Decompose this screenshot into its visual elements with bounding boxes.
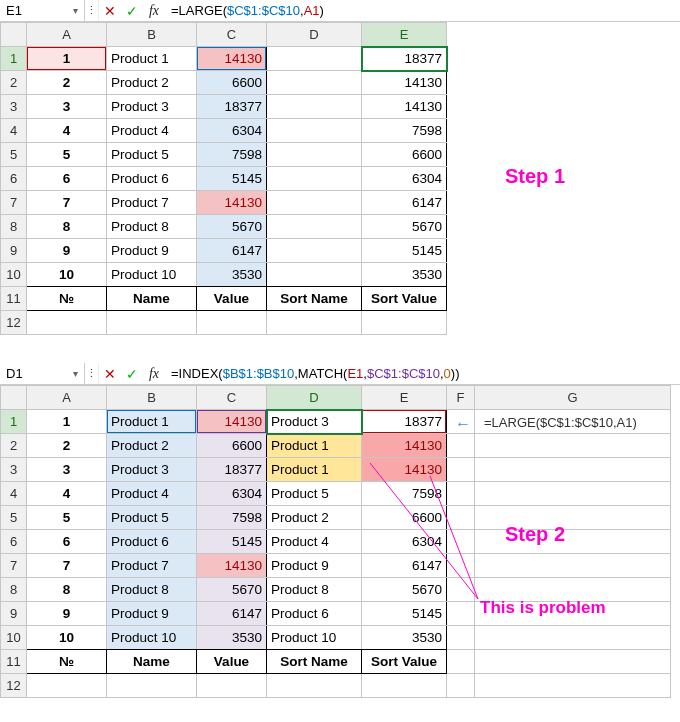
- cell[interactable]: [447, 602, 475, 626]
- cell[interactable]: [447, 626, 475, 650]
- cell[interactable]: 1: [27, 410, 107, 434]
- col-header-E[interactable]: E: [362, 386, 447, 410]
- header-cell[interactable]: Name: [107, 650, 197, 674]
- cell[interactable]: [447, 434, 475, 458]
- cell[interactable]: 5: [27, 143, 107, 167]
- cell[interactable]: Product 10: [107, 263, 197, 287]
- cell[interactable]: 3530: [362, 626, 447, 650]
- cell[interactable]: Product 7: [107, 191, 197, 215]
- insert-function-button[interactable]: fx: [143, 363, 165, 384]
- accept-formula-button[interactable]: ✓: [121, 0, 143, 21]
- row-header[interactable]: 1: [1, 410, 27, 434]
- col-header-E[interactable]: E: [362, 23, 447, 47]
- cell[interactable]: [475, 506, 671, 530]
- cell[interactable]: Product 5: [267, 482, 362, 506]
- cell[interactable]: Product 8: [267, 578, 362, 602]
- header-cell[interactable]: Sort Value: [362, 650, 447, 674]
- col-header-A[interactable]: A: [27, 23, 107, 47]
- header-cell[interactable]: Name: [107, 287, 197, 311]
- name-box[interactable]: E1 ▾: [0, 0, 85, 21]
- col-header-C[interactable]: C: [197, 386, 267, 410]
- row-header[interactable]: 8: [1, 578, 27, 602]
- cell[interactable]: 6147: [197, 602, 267, 626]
- cell[interactable]: [447, 458, 475, 482]
- cell[interactable]: Product 10: [107, 626, 197, 650]
- cell[interactable]: 2: [27, 71, 107, 95]
- cell[interactable]: [27, 311, 107, 335]
- cell[interactable]: 3: [27, 458, 107, 482]
- row-header[interactable]: 12: [1, 674, 27, 698]
- cell[interactable]: 3: [27, 95, 107, 119]
- row-header[interactable]: 10: [1, 263, 27, 287]
- cell[interactable]: 14130: [362, 95, 447, 119]
- select-all-corner[interactable]: [1, 23, 27, 47]
- cell[interactable]: 3530: [197, 263, 267, 287]
- cancel-formula-button[interactable]: ✕: [99, 0, 121, 21]
- cell[interactable]: [197, 674, 267, 698]
- cell[interactable]: 2: [27, 434, 107, 458]
- header-cell[interactable]: Value: [197, 650, 267, 674]
- cell[interactable]: 3530: [197, 626, 267, 650]
- cell[interactable]: [447, 650, 475, 674]
- row-header[interactable]: 10: [1, 626, 27, 650]
- cell[interactable]: Product 1: [107, 410, 197, 434]
- cell[interactable]: [475, 626, 671, 650]
- cell[interactable]: 6147: [197, 239, 267, 263]
- cell[interactable]: [475, 482, 671, 506]
- cell[interactable]: Product 1: [267, 458, 362, 482]
- cell[interactable]: 7: [27, 191, 107, 215]
- cell[interactable]: Product 5: [107, 506, 197, 530]
- cell[interactable]: 7598: [362, 119, 447, 143]
- name-box[interactable]: D1 ▾: [0, 363, 85, 384]
- header-cell[interactable]: Sort Value: [362, 287, 447, 311]
- cell[interactable]: [107, 311, 197, 335]
- spreadsheet-grid-2[interactable]: A B C D E F G 1 1 Product 1 14130 Produc…: [0, 385, 671, 698]
- cell[interactable]: 9: [27, 239, 107, 263]
- row-header[interactable]: 12: [1, 311, 27, 335]
- cell[interactable]: 5145: [362, 239, 447, 263]
- header-cell[interactable]: №: [27, 287, 107, 311]
- cell[interactable]: 6600: [362, 143, 447, 167]
- cell[interactable]: Product 6: [107, 530, 197, 554]
- cell[interactable]: 3530: [362, 263, 447, 287]
- row-header[interactable]: 7: [1, 554, 27, 578]
- header-cell[interactable]: Sort Name: [267, 650, 362, 674]
- header-cell[interactable]: Value: [197, 287, 267, 311]
- cell[interactable]: [27, 674, 107, 698]
- cell[interactable]: 5145: [197, 167, 267, 191]
- cell[interactable]: 6304: [362, 167, 447, 191]
- formula-input[interactable]: =INDEX($B$1:$B$10,MATCH(E1,$C$1:$C$10,0)…: [165, 366, 680, 381]
- cell[interactable]: 5145: [197, 530, 267, 554]
- cell[interactable]: Product 9: [267, 554, 362, 578]
- cell[interactable]: 5670: [197, 578, 267, 602]
- cell[interactable]: 7: [27, 554, 107, 578]
- cell[interactable]: [267, 71, 362, 95]
- cell[interactable]: 14130: [197, 191, 267, 215]
- row-header[interactable]: 6: [1, 167, 27, 191]
- cell[interactable]: Product 4: [267, 530, 362, 554]
- row-header[interactable]: 11: [1, 287, 27, 311]
- cell[interactable]: [267, 95, 362, 119]
- cell[interactable]: [267, 311, 362, 335]
- cell[interactable]: 9: [27, 602, 107, 626]
- row-header[interactable]: 1: [1, 47, 27, 71]
- cell[interactable]: Product 10: [267, 626, 362, 650]
- cell[interactable]: [447, 506, 475, 530]
- cell[interactable]: [447, 674, 475, 698]
- cell[interactable]: Product 2: [267, 506, 362, 530]
- header-cell[interactable]: №: [27, 650, 107, 674]
- cell[interactable]: Product 3: [107, 95, 197, 119]
- cell[interactable]: Product 9: [107, 239, 197, 263]
- cell[interactable]: [447, 578, 475, 602]
- cell[interactable]: 6600: [197, 71, 267, 95]
- cell[interactable]: Product 2: [107, 71, 197, 95]
- cell[interactable]: 6147: [362, 554, 447, 578]
- row-header[interactable]: 2: [1, 434, 27, 458]
- cell[interactable]: [267, 215, 362, 239]
- cell[interactable]: 7598: [197, 143, 267, 167]
- select-all-corner[interactable]: [1, 386, 27, 410]
- cell[interactable]: [447, 482, 475, 506]
- cell[interactable]: 5145: [362, 602, 447, 626]
- cell[interactable]: 8: [27, 215, 107, 239]
- cell[interactable]: 5670: [197, 215, 267, 239]
